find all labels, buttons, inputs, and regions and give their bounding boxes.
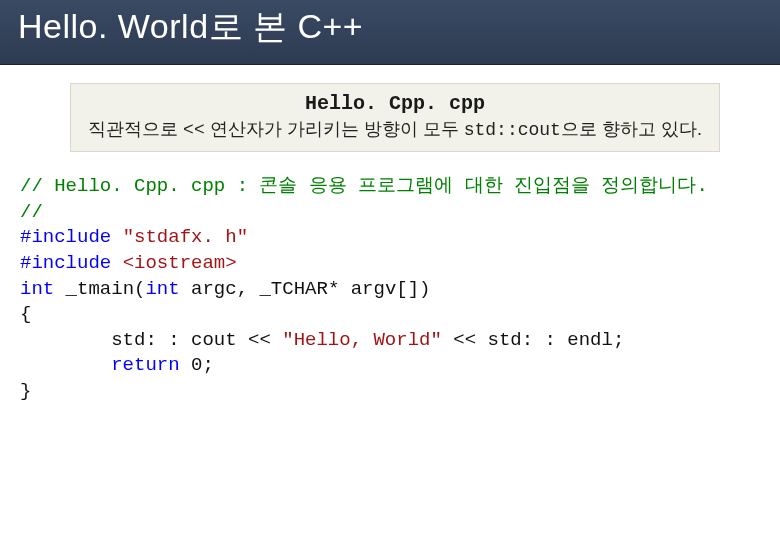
file-name: Hello. Cpp. cpp — [81, 92, 709, 115]
code-comment-slash: // — [20, 201, 43, 223]
code-int2: int — [145, 278, 179, 300]
code-indent2 — [20, 354, 111, 376]
code-return-rest: 0; — [180, 354, 214, 376]
code-tmain: _tmain( — [54, 278, 145, 300]
code-cout-pre: std: : cout << — [111, 329, 282, 351]
code-include1-kw: #include — [20, 226, 123, 248]
desc-cout: std::cout — [464, 120, 561, 140]
code-include2-val: <iostream> — [123, 252, 237, 274]
desc-suffix: 으로 향하고 있다. — [561, 119, 702, 139]
code-block: // Hello. Cpp. cpp : 콘솔 응용 프로그램에 대한 진입점을… — [20, 174, 760, 405]
code-brace-open: { — [20, 303, 31, 325]
code-brace-close: } — [20, 380, 31, 402]
subtitle-description: 직관적으로 << 연산자가 가리키는 방향이 모두 std::cout으로 향하… — [81, 117, 709, 141]
desc-prefix: 직관적으로 — [88, 119, 183, 139]
code-comment-line: // Hello. Cpp. cpp : 콘솔 응용 프로그램에 대한 진입점을… — [20, 175, 708, 197]
code-cout-post: << std: : endl; — [442, 329, 624, 351]
code-include1-val: "stdafx. h" — [123, 226, 248, 248]
desc-operator: << — [183, 120, 205, 140]
code-int: int — [20, 278, 54, 300]
desc-mid: 연산자가 가리키는 방향이 모두 — [205, 119, 464, 139]
code-return-kw: return — [111, 354, 179, 376]
title-bar: Hello. World로 본 C++ — [0, 0, 780, 65]
slide-title: Hello. World로 본 C++ — [18, 4, 762, 50]
code-include2-kw: #include — [20, 252, 123, 274]
code-indent1 — [20, 329, 111, 351]
subtitle-box: Hello. Cpp. cpp 직관적으로 << 연산자가 가리키는 방향이 모… — [70, 83, 720, 152]
code-argc: argc, _TCHAR* argv[]) — [180, 278, 431, 300]
code-cout-str: "Hello, World" — [282, 329, 442, 351]
